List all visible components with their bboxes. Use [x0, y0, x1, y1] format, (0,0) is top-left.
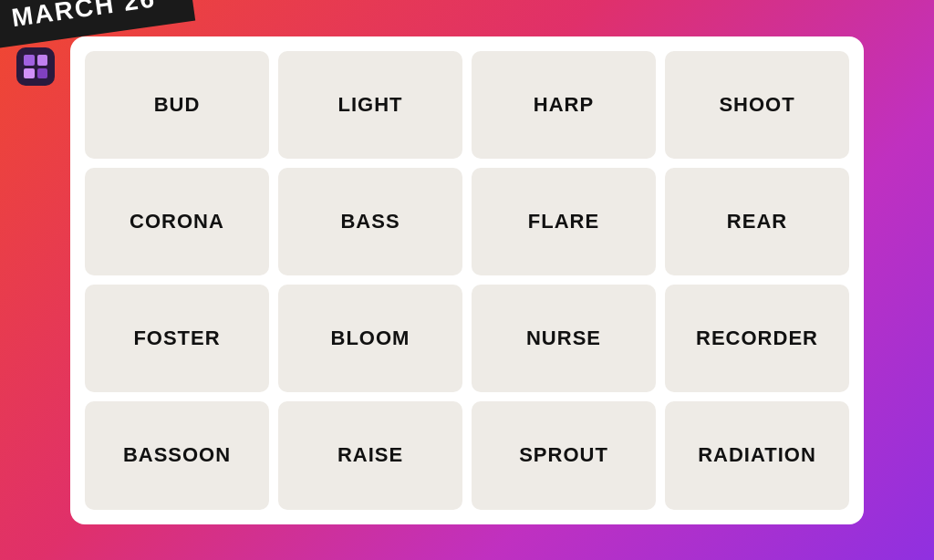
board-row-2: FOSTERBLOOMNURSERECORDER	[85, 285, 849, 392]
word-label-1-3: REAR	[727, 210, 787, 233]
icon-cell-1	[24, 55, 35, 66]
word-label-0-1: LIGHT	[338, 93, 403, 117]
word-label-2-2: NURSE	[526, 327, 601, 350]
word-label-1-1: BASS	[340, 210, 400, 233]
board-container: BUDLIGHTHARPSHOOTCORONABASSFLAREREARFOST…	[70, 36, 864, 524]
icon-cell-3	[24, 68, 35, 79]
app-icon[interactable]	[16, 47, 55, 86]
word-tile-2-0[interactable]: FOSTER	[85, 285, 269, 392]
word-tile-2-3[interactable]: RECORDER	[665, 285, 849, 392]
word-label-2-0: FOSTER	[133, 327, 220, 350]
icon-cell-2	[37, 55, 48, 66]
word-tile-2-2[interactable]: NURSE	[472, 285, 656, 392]
word-tile-1-2[interactable]: FLARE	[472, 168, 656, 275]
word-tile-1-0[interactable]: CORONA	[85, 168, 269, 275]
word-tile-3-0[interactable]: BASSOON	[85, 401, 269, 509]
board-row-3: BASSOONRAISESPROUTRADIATION	[85, 401, 849, 509]
word-tile-0-2[interactable]: HARP	[472, 51, 656, 159]
word-tile-0-1[interactable]: LIGHT	[278, 51, 462, 159]
word-label-2-1: BLOOM	[331, 327, 410, 350]
word-label-0-2: HARP	[534, 93, 594, 117]
word-label-1-2: FLARE	[528, 210, 599, 233]
word-tile-3-3[interactable]: RADIATION	[665, 401, 849, 509]
board-row-1: CORONABASSFLAREREAR	[85, 168, 849, 275]
word-label-3-2: SPROUT	[519, 443, 608, 467]
word-tile-0-0[interactable]: BUD	[85, 51, 269, 159]
word-tile-0-3[interactable]: SHOOT	[665, 51, 849, 159]
word-tile-3-2[interactable]: SPROUT	[472, 401, 656, 509]
word-label-2-3: RECORDER	[696, 327, 818, 350]
word-label-0-0: BUD	[154, 93, 201, 117]
word-tile-1-1[interactable]: BASS	[278, 168, 462, 275]
word-label-3-3: RADIATION	[698, 443, 816, 467]
board-row-0: BUDLIGHTHARPSHOOT	[85, 51, 849, 159]
word-label-3-0: BASSOON	[123, 443, 231, 467]
icon-cell-4	[37, 68, 48, 79]
word-tile-1-3[interactable]: REAR	[665, 168, 849, 275]
word-label-1-0: CORONA	[130, 210, 224, 233]
word-tile-2-1[interactable]: BLOOM	[278, 285, 462, 392]
word-label-0-3: SHOOT	[719, 93, 794, 117]
word-tile-3-1[interactable]: RAISE	[278, 401, 462, 509]
word-label-3-1: RAISE	[337, 443, 403, 467]
